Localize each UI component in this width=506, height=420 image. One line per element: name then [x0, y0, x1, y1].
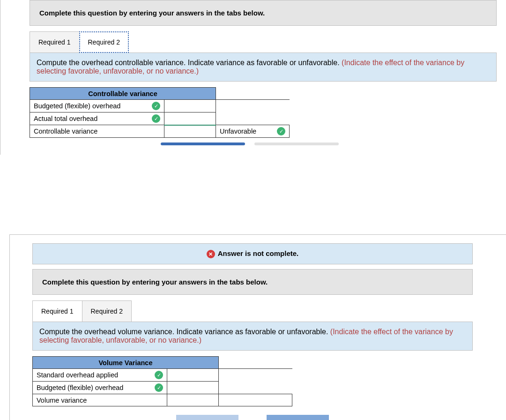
question-prompt: Compute the overhead controllable varian… [30, 52, 497, 82]
prompt-main: Compute the overhead controllable varian… [37, 59, 342, 67]
variance-direction-select[interactable]: Unfavorable✓ [216, 125, 290, 138]
tabs-row: Required 1 Required 2 [30, 31, 497, 53]
check-icon: ✓ [152, 114, 160, 123]
progress-indicator [161, 142, 497, 145]
table-row: Volume variance [33, 394, 292, 406]
table-row: Budgeted (flexible) overhead✓ [33, 382, 292, 394]
question-prompt: Compute the overhead volume variance. In… [32, 322, 473, 351]
tab-nav: < Required 1 Required 2 > [32, 415, 473, 420]
prev-tab-button[interactable]: < Required 1 [176, 415, 238, 420]
budgeted-overhead-input[interactable] [167, 382, 219, 394]
tab-required-1[interactable]: Required 1 [30, 31, 80, 53]
question-section-2: ✕Answer is not complete. Complete this q… [9, 234, 506, 420]
actual-overhead-input[interactable] [164, 112, 216, 125]
row-label: Volume variance [37, 397, 87, 404]
row-label: Budgeted (flexible) overhead [37, 384, 123, 391]
tabs-row: Required 1 Required 2 [32, 300, 473, 322]
volume-variance-input[interactable] [167, 394, 219, 406]
check-icon: ✓ [155, 371, 163, 379]
controllable-variance-table: Controllable variance Budgeted (flexible… [30, 87, 290, 138]
status-banner: ✕Answer is not complete. [32, 243, 473, 264]
volume-variance-table: Volume Variance Standard overhead applie… [32, 356, 292, 406]
instruction-text: Complete this question by entering your … [42, 278, 268, 286]
progress-segment-incomplete [254, 142, 339, 145]
table-row: Actual total overhead✓ [30, 112, 290, 125]
row-label: Controllable variance [34, 128, 97, 135]
instruction-banner: Complete this question by entering your … [32, 269, 473, 295]
table-header: Controllable variance [30, 88, 216, 100]
table-header: Volume Variance [33, 357, 219, 369]
table-row: Standard overhead applied✓ [33, 369, 292, 382]
progress-segment-complete [161, 142, 245, 145]
controllable-variance-input[interactable] [164, 125, 216, 138]
x-icon: ✕ [207, 250, 215, 258]
standard-overhead-input[interactable] [167, 369, 219, 382]
tab-required-2[interactable]: Required 2 [79, 31, 129, 53]
budgeted-overhead-input[interactable] [164, 100, 216, 112]
table-row: Budgeted (flexible) overhead✓ [30, 100, 290, 112]
question-section-1: Complete this question by entering your … [0, 0, 506, 155]
row-label: Actual total overhead [34, 115, 97, 122]
instruction-text: Complete this question by entering your … [39, 9, 265, 17]
next-tab-button[interactable]: Required 2 > [267, 415, 329, 420]
tab-required-1[interactable]: Required 1 [32, 300, 82, 322]
status-text: Answer is not complete. [218, 249, 299, 257]
instruction-banner: Complete this question by entering your … [30, 0, 497, 26]
check-icon: ✓ [152, 102, 160, 110]
table-row: Controllable variance Unfavorable✓ [30, 125, 290, 138]
prompt-main: Compute the overhead volume variance. In… [39, 328, 330, 336]
check-icon: ✓ [155, 383, 163, 392]
tab-required-2[interactable]: Required 2 [82, 300, 132, 322]
check-icon: ✓ [277, 127, 285, 135]
row-label: Standard overhead applied [37, 371, 118, 379]
variance-direction-select[interactable] [219, 394, 292, 406]
row-label: Budgeted (flexible) overhead [34, 102, 120, 110]
